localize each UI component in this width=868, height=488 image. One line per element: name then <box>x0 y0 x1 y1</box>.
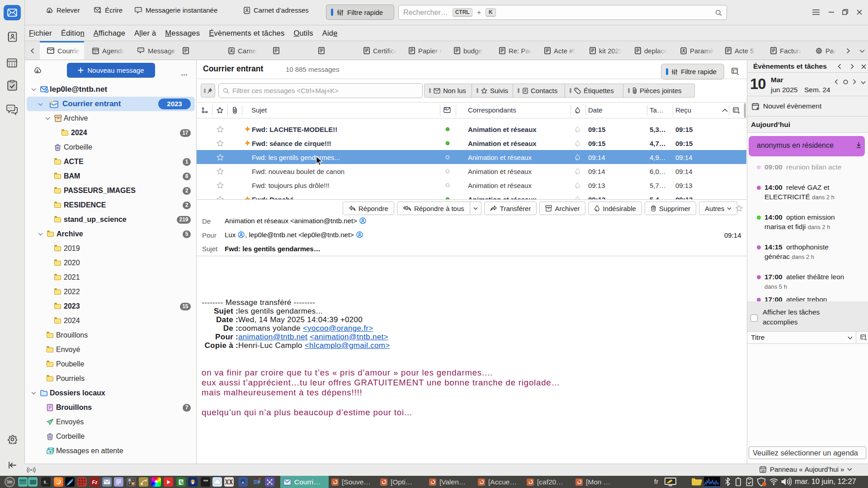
svg-text:10: 10 <box>761 469 765 472</box>
